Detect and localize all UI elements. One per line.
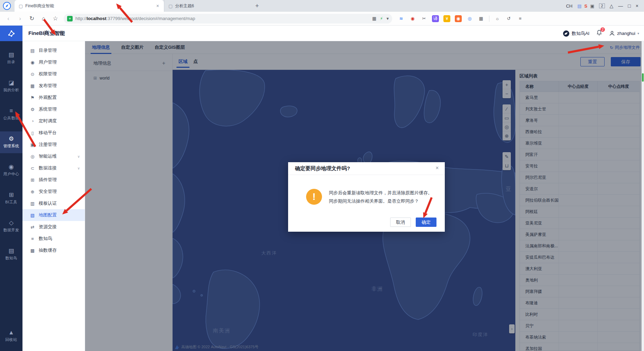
forward-icon[interactable]: › (17, 15, 24, 22)
browser-logo-icon[interactable] (3, 2, 11, 10)
notifications-button[interactable]: 2 (596, 30, 602, 37)
browser-toolbar: ‹ › ↻ ⌂ ☆ + http://localhost:37799/webro… (0, 12, 644, 26)
sidebar-item-icon: ◉ (9, 164, 14, 170)
menu-item-label: 用户管理 (39, 59, 57, 65)
extension-icon[interactable]: ≋ (398, 15, 405, 22)
tray-icon[interactable]: ▣ (590, 3, 594, 9)
site-safety-icon[interactable]: + (67, 16, 73, 21)
browser-tab[interactable]: ▢FineBI商业智能× (15, 0, 164, 12)
extension-icon[interactable]: ◉ (409, 15, 416, 22)
menu-item-icon: ▧ (30, 213, 35, 218)
menu-item-外观配置[interactable]: ⚑外观配置 (22, 92, 85, 103)
home-icon[interactable]: ⌂ (40, 15, 47, 22)
window-close-button[interactable]: × (636, 3, 638, 9)
extension-icon[interactable]: ≡ (517, 15, 524, 22)
sidebar-item-label: 公共数据 (3, 116, 19, 121)
addressbar-icon[interactable]: ▾ (386, 16, 389, 21)
sidebar-item-label: BI工具 (5, 200, 17, 205)
menu-item-地图配置[interactable]: ▧地图配置 (22, 209, 85, 221)
menu-item-移动平台[interactable]: ▯移动平台 (22, 127, 85, 139)
menu-item-系统管理[interactable]: ⚙系统管理 (22, 103, 85, 115)
sidebar-item-我的分析[interactable]: ◪我的分析 (0, 75, 22, 97)
cancel-button[interactable]: 取消 (390, 218, 411, 227)
menu-item-icon: ⊕ (30, 189, 35, 194)
bookmark-star-icon[interactable]: ☆ (52, 15, 59, 22)
extension-icon[interactable]: ◎ (466, 15, 473, 22)
page-scrollbar[interactable] (642, 41, 644, 351)
input-language-indicator[interactable]: CH (566, 3, 572, 9)
addressbar-icon[interactable]: ⚡ (380, 16, 383, 21)
menu-item-权限管理[interactable]: ⊙权限管理 (22, 68, 85, 80)
menu-item-插件管理[interactable]: ⊞插件管理 (22, 174, 85, 186)
sidebar-item-回收站[interactable]: ▲回收站 (0, 325, 22, 347)
menu-item-安全管理[interactable]: ⊕安全管理 (22, 186, 85, 197)
confirm-button[interactable]: 确定 (416, 218, 436, 227)
extension-icon[interactable]: ¥ (443, 15, 450, 22)
sidebar-item-BI工具[interactable]: ⊞BI工具 (0, 187, 22, 209)
menu-item-发布管理[interactable]: ▦发布管理 (22, 80, 85, 92)
sidebar-item-icon: ◪ (8, 80, 14, 86)
extension-icon[interactable]: ☼ (494, 15, 501, 22)
extension-icon[interactable]: ↺ (505, 15, 512, 22)
chevron-down-icon[interactable]: ∨ (77, 155, 80, 158)
sidebar-item-label: 我的分析 (3, 87, 19, 93)
menu-item-数据连接[interactable]: ⊂数据连接∨ (22, 162, 85, 174)
menu-item-icon: ⚙ (30, 107, 35, 112)
reload-icon[interactable]: ↻ (28, 15, 35, 22)
browser-theme-icon[interactable]: △ (610, 3, 614, 9)
chevron-down-icon[interactable]: ∨ (77, 166, 80, 170)
window-restore-button[interactable]: □ (628, 3, 631, 9)
menu-item-icon: ⊂ (30, 166, 35, 171)
menu-item-用户管理[interactable]: ◉用户管理 (22, 56, 85, 68)
extension-icon[interactable]: 译 (432, 15, 439, 22)
tab-close-icon[interactable]: × (155, 3, 160, 9)
sidebar-item-icon: ▤ (8, 52, 14, 58)
tray-icon[interactable]: ▤ (577, 3, 581, 9)
extension-icon[interactable]: ▦ (478, 15, 485, 22)
menu-item-模板认证[interactable]: ▥模板认证 (22, 197, 85, 209)
sidebar-item-数知鸟[interactable]: ▤数知鸟 (0, 243, 22, 265)
menu-item-label: 数知鸟 (39, 235, 52, 242)
sidebar-item-数据开发[interactable]: ◇数据开发 (0, 215, 22, 237)
management-menu: ▤目录管理◉用户管理⊙权限管理▦发布管理⚑外观配置⚙系统管理◔定时调度▯移动平台… (22, 41, 85, 351)
menu-item-注册管理[interactable]: ▣注册管理 (22, 139, 85, 150)
sidebar-item-label: 数知鸟 (5, 256, 17, 261)
extension-icon[interactable]: ◉ (455, 15, 462, 22)
extension-icon[interactable]: ✂ (421, 15, 427, 22)
new-tab-button[interactable]: + (250, 2, 264, 10)
sidebar-item-icon: ≡ (10, 108, 13, 114)
dialog-title: 确定要同步地理文件吗? (295, 165, 350, 172)
app-header: FineBI商业智能 数知鸟AI 2 zhanghui ▾ (0, 26, 644, 41)
menu-item-icon: ▣ (30, 142, 35, 147)
menu-item-定时调度[interactable]: ◔定时调度 (22, 115, 85, 127)
menu-item-资源交接[interactable]: ⇄资源交接 (22, 221, 85, 233)
ai-assistant-button[interactable]: 数知鸟AI (563, 30, 589, 37)
browser-tab[interactable]: ▢分析主题6 (164, 0, 250, 12)
sidebar-item-管理系统[interactable]: ⚙管理系统 (0, 131, 22, 153)
back-icon[interactable]: ‹ (5, 15, 12, 22)
scrollbar-thumb[interactable] (642, 73, 644, 82)
sidebar-item-目录[interactable]: ▤目录 (0, 47, 22, 69)
browser-tab-strip: ▢FineBI商业智能×▢分析主题6 + CH ▤S▣ 2 △ — □ × (0, 0, 644, 12)
menu-item-label: 抽数缓存 (39, 247, 57, 253)
menu-item-数知鸟[interactable]: ≡数知鸟 (22, 233, 85, 244)
finebi-logo-icon[interactable] (0, 26, 22, 41)
url-text[interactable]: http://localhost:37799/webroot/decision#… (75, 16, 369, 21)
user-menu[interactable]: zhanghui ▾ (609, 30, 639, 36)
sync-confirm-dialog: 确定要同步地理文件吗? × ! 同步后会重新读取地理文件，并且清除原图片缓存。 … (288, 162, 445, 232)
menu-item-目录管理[interactable]: ▤目录管理 (22, 45, 85, 56)
tabstrip-right-cluster: CH ▤S▣ 2 △ — □ × (566, 3, 644, 9)
tray-icon[interactable]: S (584, 3, 587, 9)
menu-item-抽数缓存[interactable]: ▩抽数缓存 (22, 244, 85, 256)
menu-item-label: 模板认证 (39, 200, 57, 206)
sidebar-item-公共数据[interactable]: ≡公共数据 (0, 103, 22, 125)
window-minimize-button[interactable]: — (618, 3, 623, 9)
dialog-close-icon[interactable]: × (434, 165, 441, 171)
sidebar-item-label: 数据开发 (3, 228, 19, 233)
address-bar[interactable]: + http://localhost:37799/webroot/decisio… (64, 14, 392, 24)
menu-item-智能运维[interactable]: ◎智能运维∨ (22, 150, 85, 162)
sidebar-item-用户中心[interactable]: ◉用户中心 (0, 159, 22, 181)
addressbar-icon[interactable]: ▦ (372, 16, 376, 21)
menu-item-label: 系统管理 (39, 106, 57, 112)
document-icon: ▢ (19, 3, 23, 9)
